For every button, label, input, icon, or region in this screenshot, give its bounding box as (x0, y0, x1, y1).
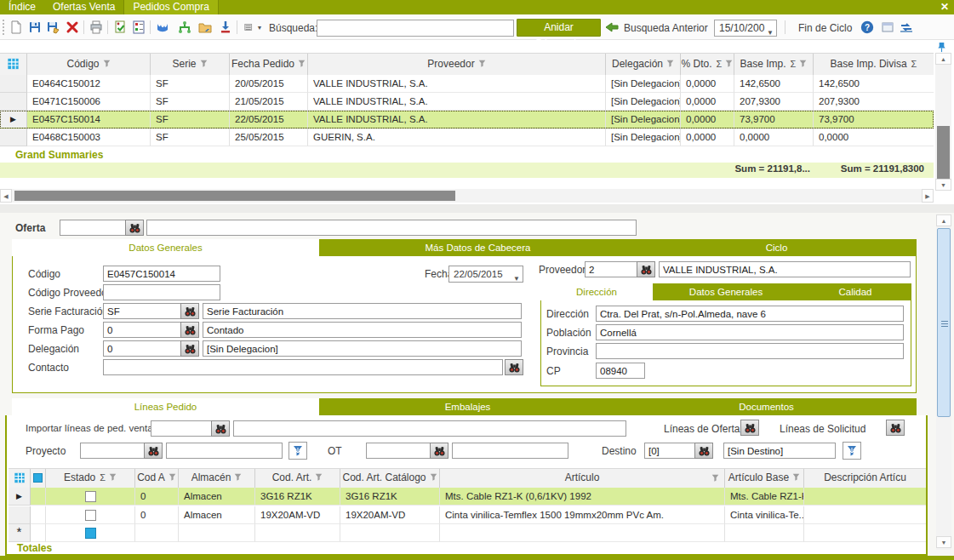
line-row[interactable]: 0 Almacen 19X20AM-VD 19X20AM-VD Cinta vi… (9, 506, 926, 524)
relations-icon[interactable] (155, 20, 170, 35)
splitter[interactable] (0, 204, 954, 213)
column-header-base-imp[interactable]: Base Imp.Σ (734, 54, 814, 76)
serie-desc-input[interactable] (203, 303, 522, 319)
oferta-desc-input[interactable] (146, 220, 637, 236)
validate-form-icon[interactable] (112, 20, 128, 35)
destino-desc-input[interactable] (723, 443, 836, 459)
column-header-dto[interactable]: % Dto.Σ (681, 54, 734, 76)
proveedor-name-input[interactable] (659, 261, 911, 277)
estado-checkbox[interactable] (85, 528, 96, 539)
scroll-up-icon[interactable]: ▲ (936, 214, 951, 226)
filter-icon[interactable] (666, 54, 674, 74)
column-header-articulo[interactable]: Artículo (440, 469, 725, 489)
provincia-input[interactable] (596, 343, 904, 359)
table-row[interactable]: E0464C150012SF 20/05/2015VALLE INDUSTRIA… (0, 75, 934, 93)
ot-code-input[interactable] (366, 443, 431, 459)
search-input[interactable] (317, 20, 514, 37)
date-combobox[interactable]: 15/10/200▼ (714, 20, 777, 37)
destino-lookup-button[interactable] (694, 443, 713, 459)
estado-checkbox[interactable] (85, 510, 96, 521)
vscroll-thumb[interactable] (937, 126, 950, 179)
column-header-cod-art-catalogo[interactable]: Cod. Art. Catálogo (340, 469, 440, 489)
tab-calidad[interactable]: Calidad (799, 283, 911, 300)
sync-settings-icon[interactable] (899, 20, 914, 35)
tab-embalajes[interactable]: Embalajes (319, 398, 616, 415)
lineas-solicitud-button[interactable] (886, 420, 905, 436)
proveedor-code-input[interactable] (585, 261, 637, 277)
anidar-busqueda-button[interactable]: Anidar Búsqueda (517, 19, 601, 37)
dropdown-icon[interactable]: ▼ (767, 26, 774, 41)
column-header-estado[interactable]: EstadoΣ (46, 469, 135, 489)
codigo-proveedor-input[interactable] (103, 284, 220, 300)
forma-pago-lookup-button[interactable] (180, 322, 199, 338)
ot-desc-input[interactable] (452, 443, 568, 459)
column-header-cod-a[interactable]: Cod A (135, 469, 179, 489)
filter-icon[interactable] (792, 469, 800, 487)
panel-view-icon[interactable] (880, 20, 895, 35)
delegacion-input[interactable] (103, 340, 181, 357)
help-icon[interactable]: ? (860, 20, 875, 35)
filter-icon[interactable] (298, 54, 306, 74)
save-as-icon[interactable] (46, 20, 61, 35)
vscroll-thumb[interactable] (937, 228, 951, 417)
orders-grid-hscrollbar[interactable]: ◀ ▶ (0, 189, 934, 203)
column-header-fecha-pedido[interactable]: Fecha Pedido (230, 54, 308, 76)
select-table-icon[interactable] (0, 54, 27, 76)
filter-icon[interactable] (169, 469, 176, 487)
import-icon[interactable] (218, 20, 233, 35)
forma-pago-input[interactable] (103, 322, 181, 338)
tab-documentos[interactable]: Documentos (616, 398, 917, 415)
importar-desc-input[interactable] (233, 420, 626, 437)
tab-pedidos-compra[interactable]: Pedidos Compra (123, 0, 218, 14)
column-header-almacen[interactable]: Almacén (179, 469, 255, 489)
new-document-icon[interactable] (9, 20, 24, 35)
filter-icon[interactable] (430, 469, 437, 487)
column-header-serie[interactable]: Serie (151, 54, 230, 76)
direccion-input[interactable] (596, 306, 904, 322)
cp-input[interactable] (596, 363, 645, 379)
importar-lookup-button[interactable] (211, 420, 230, 437)
fecha-combobox[interactable]: 22/05/2015▼ (448, 266, 523, 283)
dropdown-icon[interactable]: ▼ (513, 271, 520, 287)
proyecto-desc-input[interactable] (166, 443, 283, 459)
delete-icon[interactable] (65, 20, 80, 35)
scroll-up-icon[interactable]: ▲ (935, 53, 951, 65)
destino-code-input[interactable] (644, 443, 695, 459)
column-header-base-imp-divisa[interactable]: Base Imp. DivisaΣ (814, 54, 934, 76)
proveedor-lookup-button[interactable] (637, 261, 655, 277)
proyecto-code-input[interactable] (80, 443, 145, 459)
filter-icon[interactable] (234, 469, 242, 487)
filter-icon[interactable] (799, 54, 807, 74)
tab-direccion[interactable]: Dirección (540, 283, 653, 300)
panel-vscrollbar[interactable]: ▲ ▼ (936, 214, 951, 550)
forma-pago-desc-input[interactable] (203, 322, 522, 338)
table-row[interactable]: E0471C150006SF 21/05/2015VALLE INDUSTRIA… (0, 93, 934, 111)
proyecto-filter-button[interactable] (288, 442, 307, 460)
filter-icon[interactable] (478, 54, 486, 74)
tab-lineas-pedido[interactable]: Líneas Pedido (12, 398, 319, 415)
tab-indice[interactable]: Índice (0, 0, 44, 14)
contacto-lookup-button[interactable] (505, 359, 523, 375)
view-selector-icon[interactable]: ▼ (242, 20, 264, 35)
print-icon[interactable] (89, 20, 104, 35)
filter-icon[interactable] (103, 54, 111, 74)
scroll-down-icon[interactable]: ▼ (936, 536, 951, 548)
filter-icon[interactable] (109, 469, 117, 487)
column-header-proveedor[interactable]: Proveedor (308, 54, 606, 76)
oferta-code-input[interactable] (60, 220, 126, 236)
filter-icon[interactable] (711, 470, 719, 488)
filter-icon[interactable] (315, 469, 323, 487)
tab-mas-datos-cabecera[interactable]: Más Datos de Cabecera (319, 239, 637, 256)
column-header-cod-art[interactable]: Cod. Art. (255, 469, 340, 489)
column-header-articulo-base[interactable]: Artículo Base (725, 469, 804, 489)
orders-grid-vscrollbar[interactable]: ▲ ▼ (935, 53, 951, 191)
hscroll-thumb[interactable] (14, 191, 455, 201)
column-header-descripcion[interactable]: Descripción Artícu (804, 469, 926, 489)
oferta-lookup-button[interactable] (125, 220, 144, 236)
destino-filter-button[interactable] (843, 442, 861, 460)
close-icon[interactable]: ✕ (940, 1, 949, 13)
tab-supplier-datos-generales[interactable]: Datos Generales (653, 283, 799, 300)
table-row-selected[interactable]: ▶ E0457C150014SF 22/05/2015VALLE INDUSTR… (0, 111, 934, 129)
estado-checkbox[interactable] (85, 491, 96, 502)
poblacion-input[interactable] (596, 324, 904, 340)
